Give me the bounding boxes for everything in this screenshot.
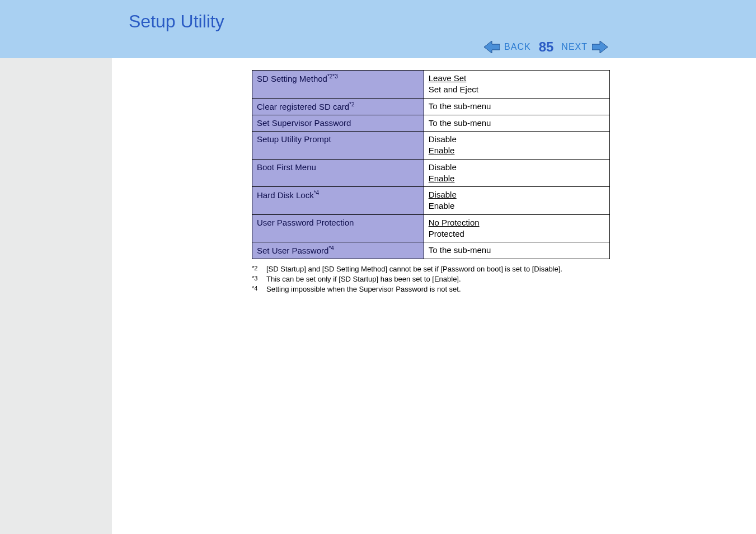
option-label-cell: SD Setting Method*2*3	[252, 71, 424, 99]
footnote-marker: *4	[328, 245, 334, 251]
svg-marker-1	[592, 41, 608, 53]
option-value: Enable	[429, 174, 455, 183]
next-arrow-icon[interactable]	[592, 41, 608, 53]
option-value-cell: No ProtectionProtected	[424, 214, 609, 242]
option-value-cell: Leave SetSet and Eject	[424, 71, 609, 99]
option-value-cell: DisableEnable	[424, 159, 609, 187]
option-value-cell: To the sub-menu	[424, 115, 609, 131]
footnote: *4Setting impossible when the Supervisor…	[252, 285, 610, 293]
table-row: Hard Disk Lock*4DisableEnable	[252, 187, 610, 215]
footnote-text: [SD Startup] and [SD Setting Method] can…	[266, 265, 562, 273]
option-value: To the sub-menu	[429, 118, 491, 128]
option-label: SD Setting Method	[257, 74, 327, 83]
left-sidebar-placeholder	[0, 58, 112, 534]
back-link[interactable]: BACK	[504, 42, 531, 52]
option-label-cell: Boot First Menu	[252, 159, 424, 187]
option-label: Hard Disk Lock	[257, 190, 314, 200]
back-arrow-icon[interactable]	[484, 41, 500, 53]
page-navigation: BACK 85 NEXT	[484, 39, 608, 55]
setup-options-table: SD Setting Method*2*3Leave SetSet and Ej…	[252, 70, 610, 259]
footnote-text: This can be set only if [SD Startup] has…	[266, 275, 461, 283]
footnote: *3This can be set only if [SD Startup] h…	[252, 275, 610, 283]
table-row: Boot First MenuDisableEnable	[252, 159, 610, 187]
option-label-cell: User Password Protection	[252, 214, 424, 242]
option-label: User Password Protection	[257, 218, 354, 227]
footnote: *2[SD Startup] and [SD Setting Method] c…	[252, 265, 610, 273]
option-value: To the sub-menu	[429, 245, 491, 255]
option-label: Boot First Menu	[257, 162, 316, 172]
option-label-cell: Set Supervisor Password	[252, 115, 424, 131]
option-label-cell: Hard Disk Lock*4	[252, 187, 424, 215]
footnote-marker: *2	[349, 101, 354, 107]
option-label: Set Supervisor Password	[257, 118, 351, 128]
footnote-mark: *3	[252, 275, 261, 283]
table-row: Set Supervisor PasswordTo the sub-menu	[252, 115, 610, 131]
option-label-cell: Clear registered SD card*2	[252, 98, 424, 115]
header-bar: Setup Utility	[0, 0, 756, 58]
option-value-cell: DisableEnable	[424, 187, 609, 215]
option-value: Protected	[429, 229, 464, 238]
option-value-cell: To the sub-menu	[424, 98, 609, 115]
option-value: To the sub-menu	[429, 101, 491, 111]
option-value: Disable	[429, 162, 457, 172]
option-value: Disable	[429, 134, 457, 144]
footnote-marker: *4	[314, 190, 319, 196]
table-row: SD Setting Method*2*3Leave SetSet and Ej…	[252, 71, 610, 99]
option-value: Set and Eject	[429, 85, 478, 94]
table-row: Set User Password*4To the sub-menu	[252, 242, 610, 259]
main-content: SD Setting Method*2*3Leave SetSet and Ej…	[252, 70, 610, 295]
option-value: Disable	[429, 190, 457, 199]
option-value: No Protection	[429, 218, 480, 227]
page-number: 85	[539, 39, 554, 55]
option-value-cell: To the sub-menu	[424, 242, 609, 259]
footnote-marker: *2*3	[327, 73, 338, 79]
footnote-mark: *4	[252, 285, 261, 293]
option-label: Clear registered SD card	[257, 102, 349, 111]
svg-marker-0	[484, 41, 500, 53]
option-label: Set User Password	[257, 246, 328, 255]
table-row: Setup Utility PromptDisableEnable	[252, 132, 610, 160]
next-link[interactable]: NEXT	[561, 42, 588, 52]
footnote-text: Setting impossible when the Supervisor P…	[266, 285, 461, 293]
option-value: Enable	[429, 146, 455, 155]
option-value-cell: DisableEnable	[424, 132, 609, 160]
footnote-mark: *2	[252, 265, 261, 273]
table-row: Clear registered SD card*2To the sub-men…	[252, 98, 610, 115]
option-label-cell: Setup Utility Prompt	[252, 132, 424, 160]
page-title: Setup Utility	[129, 11, 756, 32]
option-value: Enable	[429, 201, 455, 210]
option-label: Setup Utility Prompt	[257, 134, 331, 144]
table-row: User Password ProtectionNo ProtectionPro…	[252, 214, 610, 242]
option-label-cell: Set User Password*4	[252, 242, 424, 259]
option-value: Leave Set	[429, 73, 467, 83]
footnotes-block: *2[SD Startup] and [SD Setting Method] c…	[252, 265, 610, 293]
